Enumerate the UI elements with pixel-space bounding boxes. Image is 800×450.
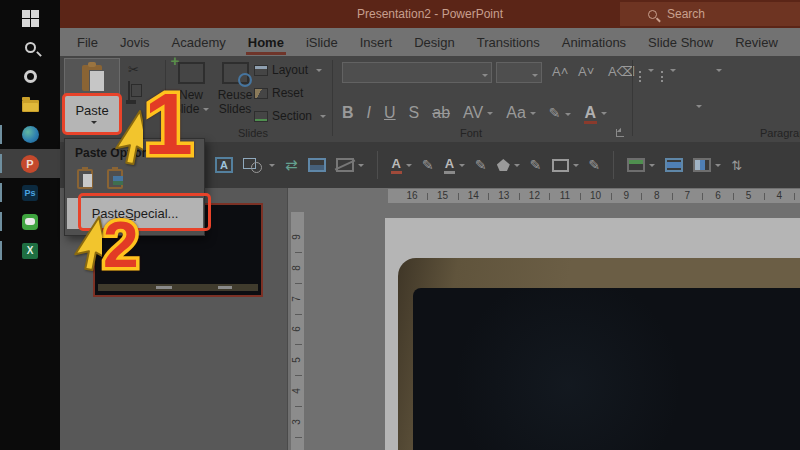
font-name-combo[interactable] [342,62,492,83]
strikethrough-ab-button[interactable]: ab [432,104,450,122]
tab-transitions[interactable]: Transitions [466,28,551,56]
ruler-mark-v: 4 [291,385,305,398]
paragraph-group-label: Paragraph [760,127,800,139]
eyedropper-icon[interactable]: ✎ [422,157,434,173]
tab-review[interactable]: Review [724,28,789,56]
slide-split-icon[interactable] [693,158,721,172]
reuse-slides-button[interactable]: Reuse Slides [212,58,258,134]
tab-islide[interactable]: iSlide [295,28,349,56]
vertical-ruler: 9876543 [291,212,304,450]
shrink-font-label: A [578,64,587,79]
start-button[interactable] [0,4,60,33]
search-box[interactable]: Search [620,2,800,26]
change-case-button[interactable]: Aa [506,104,536,122]
highlight-pen-button[interactable]: ✎ [549,105,571,121]
section-icon [254,111,268,122]
picture-placeholder-icon[interactable] [336,158,364,172]
swap-shape-icon: ⇄ [285,156,298,174]
swap-shape-icon[interactable]: ⇄ [285,156,298,174]
ruler-mark-h: 6 [710,190,726,201]
group-separator [632,60,633,136]
character-spacing-button[interactable]: AV [463,104,493,122]
shape-outline-icon[interactable] [552,159,579,172]
picture-icon [308,158,326,172]
file-explorer-button[interactable] [0,91,60,120]
section-button[interactable]: Section [254,107,340,125]
ruler-mark-h: 12 [526,190,542,201]
tab-slide-show[interactable]: Slide Show [637,28,724,56]
font-dialog-launcher[interactable] [616,129,624,137]
chevron-down-icon [648,69,654,75]
powerpoint-icon: P [21,155,39,173]
slide-split-icon [693,158,711,172]
ruler-mark-v: 3 [291,415,305,428]
chevron-down-icon [358,164,364,170]
cortana-button[interactable] [0,62,60,91]
chevron-down-icon [514,164,520,170]
excel-icon: X [22,243,38,259]
search-icon [25,42,36,53]
chevron-down-icon [482,74,488,80]
shapes-icon[interactable] [243,157,275,173]
chevron-down-icon [715,164,721,170]
slide-canvas[interactable] [385,218,800,450]
textbox-icon[interactable]: A [215,157,233,173]
tab-insert[interactable]: Insert [349,28,404,56]
eyedropper-icon[interactable]: ✎ [475,157,487,173]
strikethrough-button[interactable]: S [409,104,420,122]
arrange-icon: ⇅ [731,158,740,173]
step-number-2: 2 [103,213,139,277]
chevron-down-icon [316,69,322,75]
chevron-down-icon [565,113,571,119]
tab-design[interactable]: Design [403,28,465,56]
paste-picture-icon[interactable] [107,169,123,189]
open-app-indicator [0,241,2,260]
powerpoint-button[interactable]: P [0,149,60,178]
clear-formatting-button[interactable]: A⌫ [608,64,635,79]
excel-button[interactable]: X [0,236,60,265]
case-label: Aa [506,104,526,121]
font-size-combo[interactable] [496,62,542,83]
ruler-mark-h: 4 [771,190,787,201]
chevron-down-icon [487,112,493,118]
layout-button[interactable]: Layout [254,61,340,79]
toolbar-separator [613,151,614,179]
italic-button[interactable]: I [367,104,371,122]
line-app-button[interactable] [0,207,60,236]
tab-jovis[interactable]: Jovis [109,28,161,56]
circle-icon [24,70,37,83]
reuse-slides-icon [222,62,249,84]
text-outline-color-icon[interactable]: A [444,157,465,174]
copy-button[interactable] [128,82,130,100]
paste-destination-theme-icon[interactable] [77,169,93,189]
shrink-font-button[interactable]: A˅ [578,64,594,79]
reset-button[interactable]: Reset [254,84,340,102]
slide-header-icon[interactable] [627,158,655,172]
folder-icon [22,100,39,112]
chevron-down-icon [573,164,579,170]
picture-icon[interactable] [308,158,326,172]
bold-button[interactable]: B [342,104,354,122]
cursor-arrow-1 [101,110,143,166]
font-color-button[interactable]: A [584,104,608,122]
paste-button[interactable] [64,58,120,96]
slide-body-icon[interactable] [665,158,683,172]
tab-home[interactable]: Home [237,28,295,56]
photoshop-button[interactable]: Ps [0,178,60,207]
edge-icon [22,126,39,143]
tab-animations[interactable]: Animations [551,28,637,56]
taskbar-search-button[interactable] [0,33,60,62]
underline-button[interactable]: U [384,104,396,122]
font-color-icon[interactable]: A [391,157,412,174]
edge-button[interactable] [0,120,60,149]
arrange-icon[interactable]: ⇅ [731,158,740,173]
chevron-down-icon [530,112,536,118]
toolbar-separator [377,151,378,179]
eyedropper-icon[interactable]: ✎ [530,157,542,173]
cut-button[interactable]: ✂ [128,62,139,77]
eyedropper-icon[interactable]: ✎ [589,157,601,173]
tv-picture[interactable] [398,258,800,450]
tab-file[interactable]: File [66,28,109,56]
shape-fill-icon[interactable] [497,159,520,171]
grow-font-button[interactable]: A˄ [552,64,568,79]
